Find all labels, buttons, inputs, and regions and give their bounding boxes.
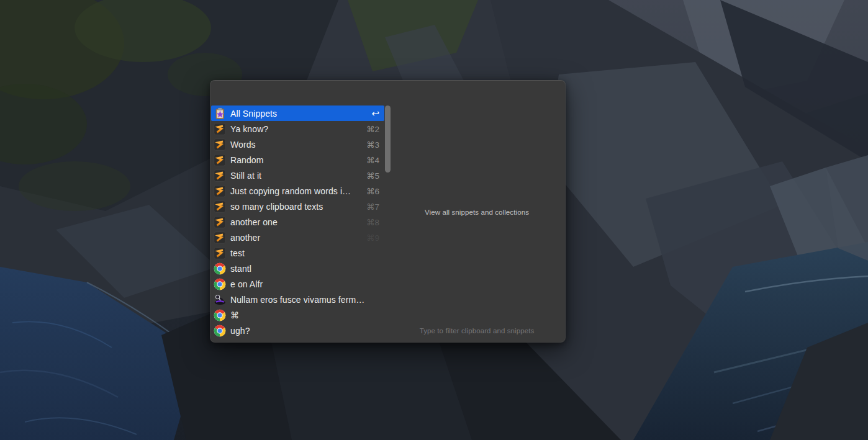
list-item[interactable]: another one ⌘8: [211, 214, 384, 230]
list-item-label: stantl: [230, 264, 379, 274]
list-item-label: Ya know?: [230, 124, 366, 134]
alfred-window: All Snippets ↩ Ya know? ⌘2 Words ⌘3 Rand…: [210, 80, 566, 343]
list-item-label: Still at it: [230, 171, 366, 181]
list-item-label: All Snippets: [230, 109, 371, 119]
chrome-icon: [214, 263, 226, 275]
list-item-shortcut: ⌘5: [366, 171, 379, 181]
list-item-shortcut: ⌘6: [366, 186, 379, 196]
list-item[interactable]: stantl: [211, 261, 384, 276]
list-item[interactable]: Still at it ⌘5: [211, 168, 384, 183]
list-item-label: Words: [230, 140, 366, 150]
list-item-label: Just copying random words i…: [230, 186, 366, 196]
list-item-shortcut: ⌘7: [366, 202, 379, 212]
list-item[interactable]: ⌘: [211, 307, 384, 323]
list-item-label: ⌘: [230, 310, 379, 320]
list-item-shortcut: ⌘8: [366, 217, 379, 227]
list-item[interactable]: test: [211, 245, 384, 261]
list-item[interactable]: Random ⌘4: [211, 152, 384, 168]
list-item[interactable]: ugh?: [211, 323, 384, 338]
list-item-label: e on Alfr: [230, 279, 379, 289]
chrome-icon: [214, 309, 226, 321]
snippet-icon: [214, 169, 226, 182]
list-item-shortcut: ⌘3: [366, 140, 379, 150]
list-item[interactable]: so many clipboard texts ⌘7: [211, 199, 384, 214]
list-item-label: ugh?: [230, 326, 379, 336]
snippet-icon: [214, 216, 226, 228]
scrollbar-thumb[interactable]: [385, 106, 391, 173]
snippet-icon: [214, 247, 226, 259]
list-item[interactable]: Nullam eros fusce vivamus ferm…: [211, 292, 384, 307]
chrome-icon: [214, 278, 226, 290]
snippet-icon: [214, 154, 226, 166]
list-item[interactable]: Ya know? ⌘2: [211, 121, 384, 137]
list-item[interactable]: Words ⌘3: [211, 137, 384, 152]
window-header: [210, 80, 566, 106]
snippet-icon: [214, 123, 226, 135]
list-item-label: Nullam eros fusce vivamus ferm…: [230, 295, 379, 305]
all-snippets-icon: [214, 107, 226, 120]
list-item-label: so many clipboard texts: [230, 202, 366, 212]
list-item-label: Random: [230, 155, 366, 165]
list-item-shortcut: ⌘2: [366, 124, 379, 134]
chrome-icon: [214, 325, 226, 337]
list-item[interactable]: All Snippets ↩: [211, 106, 384, 121]
list-item[interactable]: another ⌘9: [211, 230, 384, 245]
list-item-label: another one: [230, 217, 366, 227]
list-item-label: test: [230, 248, 379, 258]
list-item-label: another: [230, 233, 366, 243]
alfred-hat-icon: [214, 294, 226, 306]
snippet-icon: [214, 231, 226, 244]
list-item-shortcut: ⌘4: [366, 155, 379, 165]
result-list: All Snippets ↩ Ya know? ⌘2 Words ⌘3 Rand…: [211, 106, 384, 338]
list-item-shortcut: ↩: [371, 108, 379, 119]
snippet-icon: [214, 185, 226, 197]
list-item[interactable]: e on Alfr: [211, 276, 384, 292]
list-item[interactable]: Just copying random words i… ⌘6: [211, 183, 384, 199]
snippet-icon: [214, 200, 226, 213]
preview-message: View all snippets and collections: [388, 209, 566, 216]
filter-hint: Type to filter clipboard and snippets: [388, 327, 566, 334]
snippet-icon: [214, 138, 226, 151]
desktop: All Snippets ↩ Ya know? ⌘2 Words ⌘3 Rand…: [0, 0, 868, 440]
list-item-shortcut: ⌘9: [366, 233, 379, 243]
